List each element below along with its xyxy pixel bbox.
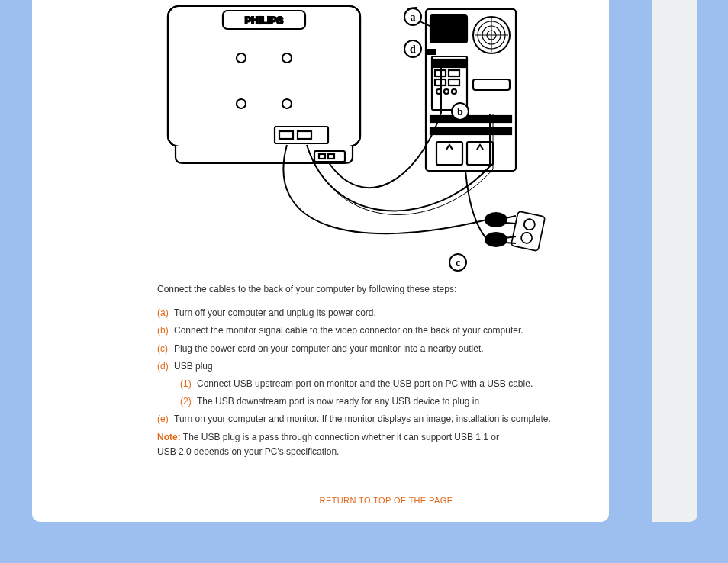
svg-rect-11: [319, 154, 325, 159]
diagram-svg: PHILIPS: [157, 0, 548, 275]
note-label: Note:: [157, 432, 181, 442]
step-list: (a) Turn off your computer and unplug it…: [157, 306, 615, 426]
svg-rect-44: [426, 49, 436, 55]
step-text: Connect the monitor signal cable to the …: [174, 323, 615, 338]
note-text: Note: The USB plug is a pass through con…: [157, 430, 508, 459]
svg-text:d: d: [410, 43, 416, 55]
step-text: Turn on your computer and monitor. If th…: [174, 412, 615, 426]
note-body: The USB plug is a pass through connectio…: [157, 432, 499, 457]
step-a: (a) Turn off your computer and unplug it…: [157, 306, 615, 320]
svg-point-6: [282, 99, 292, 108]
svg-text:a: a: [411, 11, 416, 23]
intro-text: Connect the cables to the back of your c…: [157, 282, 615, 297]
content-block: Connect the cables to the back of your c…: [157, 282, 615, 507]
step-b: (b) Connect the monitor signal cable to …: [157, 323, 615, 338]
substep-1: (1) Connect USB upstream port on monitor…: [180, 377, 615, 391]
stage: PHILIPS: [0, 0, 728, 563]
svg-point-29: [452, 89, 456, 94]
svg-point-41: [485, 233, 507, 246]
substep-label: (2): [180, 394, 197, 409]
substep-text: The USB downstream port is now ready for…: [197, 394, 615, 409]
substep-label: (1): [180, 377, 197, 391]
svg-rect-22: [433, 60, 465, 67]
return-to-top-link[interactable]: RETURN TO TOP OF THE PAGE: [157, 494, 615, 508]
svg-text:b: b: [457, 106, 463, 117]
svg-rect-31: [430, 116, 511, 122]
svg-rect-24: [449, 70, 459, 76]
svg-point-38: [485, 213, 507, 227]
step-text: Turn off your computer and unplug its po…: [174, 306, 615, 320]
monitor-back-icon: PHILIPS: [168, 6, 360, 163]
step-label: (e): [157, 412, 174, 426]
svg-rect-8: [279, 131, 293, 139]
svg-text:c: c: [456, 257, 460, 269]
wall-outlet-icon: [511, 211, 546, 251]
right-rail: [652, 0, 697, 522]
pc-tower-back-icon: [426, 9, 516, 171]
svg-line-40: [505, 223, 516, 224]
step-text: Plug the power cord on your computer and…: [174, 342, 615, 356]
svg-point-4: [282, 53, 292, 63]
step-label: (a): [157, 306, 174, 320]
step-d: (d) USB plug: [157, 359, 615, 374]
document-page: PHILIPS: [32, 0, 609, 522]
svg-point-5: [237, 99, 246, 108]
svg-point-3: [237, 53, 246, 63]
svg-rect-35: [511, 211, 546, 251]
step-label: (c): [157, 342, 174, 356]
svg-rect-32: [430, 128, 511, 134]
svg-rect-30: [473, 79, 510, 90]
step-label: (b): [157, 323, 174, 338]
step-text: USB plug: [174, 359, 615, 374]
svg-rect-9: [298, 131, 311, 139]
step-e: (e) Turn on your computer and monitor. I…: [157, 412, 615, 426]
svg-point-28: [444, 89, 449, 94]
svg-line-43: [505, 243, 516, 243]
step-label: (d): [157, 359, 174, 374]
substep-2: (2) The USB downstream port is now ready…: [180, 394, 615, 409]
svg-rect-12: [328, 154, 334, 159]
substep-text: Connect USB upstream port on monitor and…: [197, 377, 615, 391]
svg-rect-26: [449, 79, 459, 85]
step-c: (c) Plug the power cord on your computer…: [157, 342, 615, 356]
connection-diagram: PHILIPS: [157, 0, 548, 275]
monitor-brand-label: PHILIPS: [245, 14, 284, 26]
